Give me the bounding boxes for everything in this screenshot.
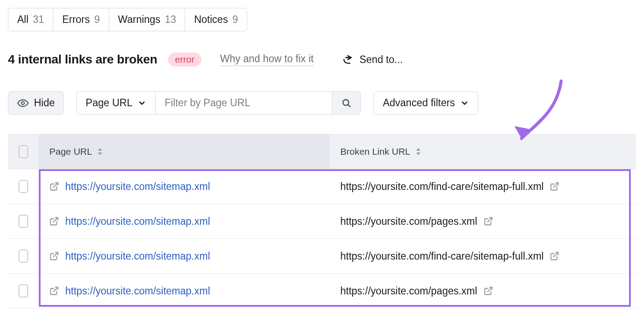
external-link-icon[interactable] xyxy=(49,182,59,191)
advanced-filters-label: Advanced filters xyxy=(383,97,455,109)
svg-line-11 xyxy=(488,218,492,222)
page-url-link[interactable]: https://yoursite.com/sitemap.xml xyxy=(65,285,210,297)
tab-count: 31 xyxy=(33,14,45,26)
send-to-label: Send to... xyxy=(359,54,402,66)
help-link[interactable]: Why and how to fix it xyxy=(220,53,313,66)
row-checkbox[interactable] xyxy=(19,215,28,228)
svg-marker-4 xyxy=(98,148,102,151)
pageurl-dropdown-label: Page URL xyxy=(86,97,132,109)
external-link-icon[interactable] xyxy=(550,182,559,191)
select-all-checkbox[interactable] xyxy=(19,145,28,158)
filter-input[interactable] xyxy=(164,97,323,109)
tab-count: 9 xyxy=(94,14,100,26)
tab-label: All xyxy=(17,14,29,26)
external-link-icon[interactable] xyxy=(49,286,59,296)
tab-label: Errors xyxy=(62,14,90,26)
eye-icon xyxy=(17,97,29,109)
hide-button[interactable]: Hide xyxy=(8,91,64,115)
row-checkbox[interactable] xyxy=(19,180,28,193)
external-link-icon[interactable] xyxy=(484,286,493,296)
external-link-icon[interactable] xyxy=(550,251,559,261)
page-url-link[interactable]: https://yoursite.com/sitemap.xml xyxy=(65,250,210,262)
svg-line-2 xyxy=(348,104,350,107)
column-brokenurl[interactable]: Broken Link URL xyxy=(330,134,636,169)
svg-line-13 xyxy=(554,253,558,257)
chevron-down-icon xyxy=(138,99,146,108)
svg-line-10 xyxy=(53,218,58,222)
share-arrow-icon xyxy=(342,54,353,65)
svg-point-0 xyxy=(22,101,25,104)
external-link-icon[interactable] xyxy=(484,216,493,226)
svg-line-14 xyxy=(53,287,58,292)
svg-line-9 xyxy=(554,183,558,187)
sort-icon xyxy=(415,147,422,156)
broken-url-text: https://yoursite.com/pages.xml xyxy=(340,216,477,227)
advanced-filters-button[interactable]: Advanced filters xyxy=(373,91,478,115)
column-label: Page URL xyxy=(49,146,92,157)
svg-line-8 xyxy=(53,183,58,187)
tab-count: 13 xyxy=(165,14,176,26)
sort-icon xyxy=(97,147,104,156)
svg-marker-6 xyxy=(416,148,421,151)
table-row: https://yoursite.com/sitemap.xml https:/… xyxy=(8,169,636,204)
page-url-link[interactable]: https://yoursite.com/sitemap.xml xyxy=(65,216,210,227)
tab-all[interactable]: All 31 xyxy=(8,8,53,31)
broken-url-text: https://yoursite.com/find-care/sitemap-f… xyxy=(340,181,543,193)
tab-count: 9 xyxy=(232,14,238,26)
filter-input-group: Page URL xyxy=(76,91,361,115)
results-table: Page URL Broken Link URL https://yoursit… xyxy=(8,134,636,309)
row-checkbox[interactable] xyxy=(19,284,28,298)
tab-label: Warnings xyxy=(118,14,160,26)
tab-warnings[interactable]: Warnings 13 xyxy=(109,8,186,31)
send-to-button[interactable]: Send to... xyxy=(342,54,402,66)
title-row: 4 internal links are broken error Why an… xyxy=(8,52,636,67)
svg-marker-5 xyxy=(98,152,102,155)
error-badge: error xyxy=(168,52,201,67)
row-checkbox[interactable] xyxy=(19,249,28,263)
broken-url-text: https://yoursite.com/pages.xml xyxy=(340,285,477,297)
table-row: https://yoursite.com/sitemap.xml https:/… xyxy=(8,239,636,274)
svg-line-15 xyxy=(488,287,492,292)
svg-marker-7 xyxy=(416,152,421,155)
tab-errors[interactable]: Errors 9 xyxy=(53,8,109,31)
table-row: https://yoursite.com/sitemap.xml https:/… xyxy=(8,274,636,309)
hide-label: Hide xyxy=(34,97,55,109)
column-label: Broken Link URL xyxy=(340,146,410,157)
tab-notices[interactable]: Notices 9 xyxy=(185,8,247,31)
page-title: 4 internal links are broken xyxy=(8,52,157,67)
filter-tabs: All 31 Errors 9 Warnings 13 Notices 9 xyxy=(8,8,247,31)
broken-url-text: https://yoursite.com/find-care/sitemap-f… xyxy=(340,250,543,262)
filter-input-wrap xyxy=(156,92,332,114)
svg-line-12 xyxy=(53,253,58,257)
table-row: https://yoursite.com/sitemap.xml https:/… xyxy=(8,204,636,239)
search-icon xyxy=(341,98,352,108)
external-link-icon[interactable] xyxy=(49,251,59,261)
annotation-arrow xyxy=(504,77,566,156)
tab-label: Notices xyxy=(194,14,228,26)
chevron-down-icon xyxy=(460,99,469,108)
pageurl-dropdown[interactable]: Page URL xyxy=(77,92,156,114)
external-link-icon[interactable] xyxy=(49,216,59,226)
select-all-cell xyxy=(8,134,39,169)
page-url-link[interactable]: https://yoursite.com/sitemap.xml xyxy=(65,181,210,193)
search-button[interactable] xyxy=(332,92,361,114)
column-pageurl[interactable]: Page URL xyxy=(39,134,330,169)
